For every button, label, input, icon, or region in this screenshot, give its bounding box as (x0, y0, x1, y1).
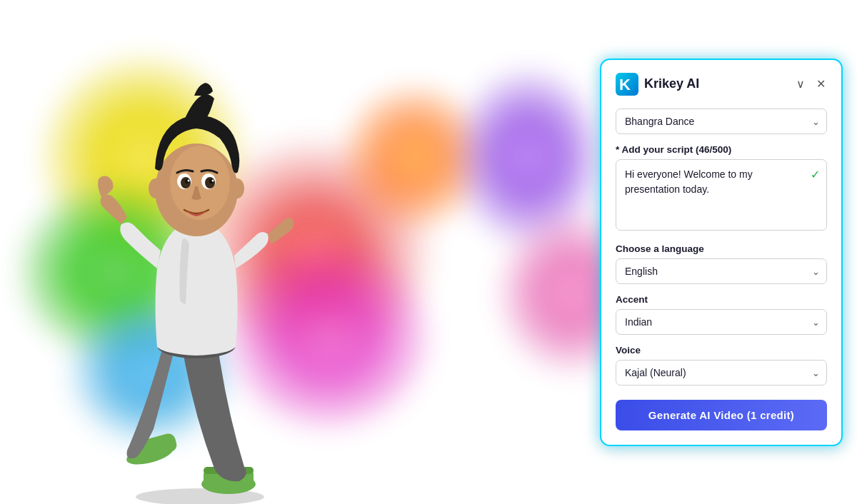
animation-dropdown[interactable]: Bhangra DanceHip HopSalsaWaltz (616, 109, 827, 134)
voice-label: Voice (616, 345, 827, 356)
script-textarea-wrapper: ✓ (616, 159, 827, 233)
voice-select-wrapper: Kajal (Neural)Aria (Neural)Emma (Neural)… (616, 360, 827, 385)
app-title: Krikey AI (644, 76, 699, 91)
panel-header: K Krikey AI ∨ ✕ (616, 73, 827, 96)
language-group: Choose a language EnglishHindiSpanishFre… (616, 243, 827, 284)
voice-group: Voice Kajal (Neural)Aria (Neural)Emma (N… (616, 345, 827, 385)
svg-point-16 (188, 180, 190, 182)
panel: K Krikey AI ∨ ✕ Bhangra DanceHip HopSals… (600, 59, 843, 446)
accent-label: Accent (616, 294, 827, 305)
krikey-logo-icon: K (616, 73, 638, 96)
animation-group: Bhangra DanceHip HopSalsaWaltz ⌄ (616, 109, 827, 134)
avatar-area (0, 0, 471, 504)
header-actions: ∨ ✕ (795, 76, 827, 92)
accent-select-wrapper: IndianBritishAmericanAustralian ⌄ (616, 309, 827, 335)
animation-select-wrapper: Bhangra DanceHip HopSalsaWaltz ⌄ (616, 109, 827, 134)
svg-text:K: K (619, 76, 631, 94)
minimize-button[interactable]: ∨ (795, 76, 806, 92)
generate-button[interactable]: Generate AI Video (1 credit) (616, 400, 827, 430)
check-icon: ✓ (811, 168, 820, 181)
svg-point-18 (149, 178, 163, 198)
avatar (57, 33, 357, 504)
script-label: * Add your script (46/500) (616, 144, 827, 155)
language-select-wrapper: EnglishHindiSpanishFrench ⌄ (616, 258, 827, 284)
svg-point-17 (212, 180, 214, 182)
language-label: Choose a language (616, 243, 827, 254)
script-group: * Add your script (46/500) ✓ (616, 144, 827, 233)
voice-dropdown[interactable]: Kajal (Neural)Aria (Neural)Emma (Neural)… (616, 360, 827, 385)
close-button[interactable]: ✕ (815, 76, 827, 92)
header-left: K Krikey AI (616, 73, 699, 96)
accent-group: Accent IndianBritishAmericanAustralian ⌄ (616, 294, 827, 335)
language-dropdown[interactable]: EnglishHindiSpanishFrench (616, 258, 827, 284)
accent-dropdown[interactable]: IndianBritishAmericanAustralian (616, 309, 827, 335)
panel-wrapper: K Krikey AI ∨ ✕ Bhangra DanceHip HopSals… (586, 0, 857, 504)
script-input[interactable] (616, 159, 827, 231)
svg-point-19 (230, 178, 244, 198)
